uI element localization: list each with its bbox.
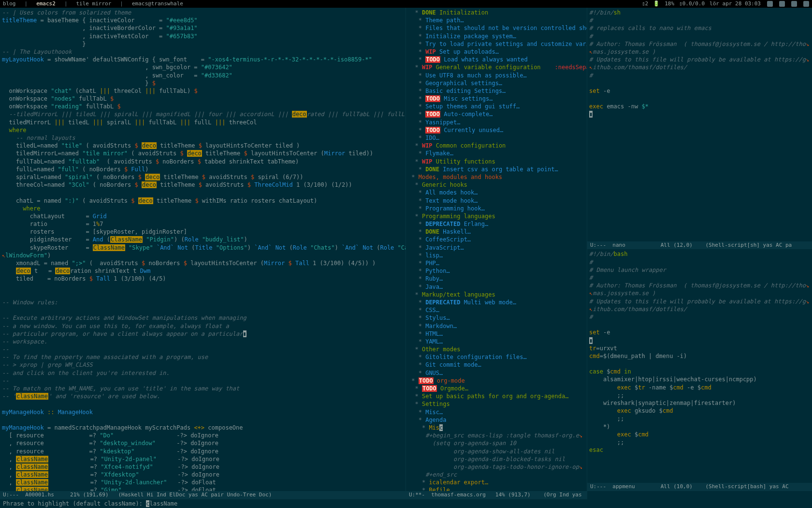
modeline-org: U:**- thomasf-emacs.org 14% (913,7) (Org…: [406, 491, 587, 499]
buffer-nano-sh[interactable]: #!/bin/sh## replaces calls to nano with …: [587, 8, 812, 241]
buffer-haskell[interactable]: -- | Uses colors from solarized themetit…: [0, 8, 406, 491]
wm-tray: ▯2 🔋 18% ▯0.0/0.0 lör apr 28 03:03: [642, 0, 809, 8]
wm-tabs: blog | emacs2 | tile mirror | emacs@tran…: [3, 0, 183, 8]
tray-icon[interactable]: [767, 1, 773, 7]
minibuffer-input-rest: lassName: [149, 500, 177, 507]
tray-icon[interactable]: [779, 1, 785, 7]
minibuffer-prompt: Phrase to highlight (default className):: [3, 500, 146, 507]
minibuffer[interactable]: Phrase to highlight (default className):…: [0, 499, 812, 508]
right-column: #!/bin/sh## replaces calls to nano with …: [587, 8, 812, 491]
wm-tab-sep: |: [25, 0, 28, 8]
wm-tab[interactable]: blog: [3, 0, 16, 8]
buffer-orgmode[interactable]: * DONE Initialization * Theme path… * Fi…: [406, 8, 587, 491]
modeline-haskell: U:--- A00001.hs 21% (191,69) (Haskell Hi…: [0, 491, 406, 499]
tray-icon[interactable]: [803, 1, 809, 7]
battery-percent: 18%: [665, 0, 674, 8]
battery-icon: 🔋: [653, 0, 660, 8]
net-indicator: ▯2: [642, 0, 648, 8]
wm-tab[interactable]: emacs@transwhale: [132, 0, 183, 8]
wm-tab-sep: |: [120, 0, 123, 8]
wm-panel: blog | emacs2 | tile mirror | emacs@tran…: [0, 0, 812, 8]
emacs-frame: -- | Uses colors from solarized themetit…: [0, 8, 812, 491]
modeline-row: U:--- A00001.hs 21% (191,69) (Haskell Hi…: [0, 491, 812, 499]
wm-tab-active[interactable]: emacs2: [36, 0, 56, 8]
wm-tab[interactable]: tile mirror: [76, 0, 112, 8]
load-indicator: ▯0.0/0.0: [679, 0, 705, 8]
clock: lör apr 28 03:03: [710, 0, 761, 8]
wm-tab-sep: |: [64, 0, 68, 8]
buffer-appmenu-sh[interactable]: #!/bin/bash## Dmenu launch wrapper## Aut…: [587, 249, 812, 483]
tray-icon[interactable]: [791, 1, 797, 7]
modeline-nano: U:--- nano All (12,0) (Shell-script[sh] …: [587, 241, 812, 250]
modeline-appmenu: U:--- appmenu All (10,0) (Shell-script[b…: [587, 483, 812, 491]
